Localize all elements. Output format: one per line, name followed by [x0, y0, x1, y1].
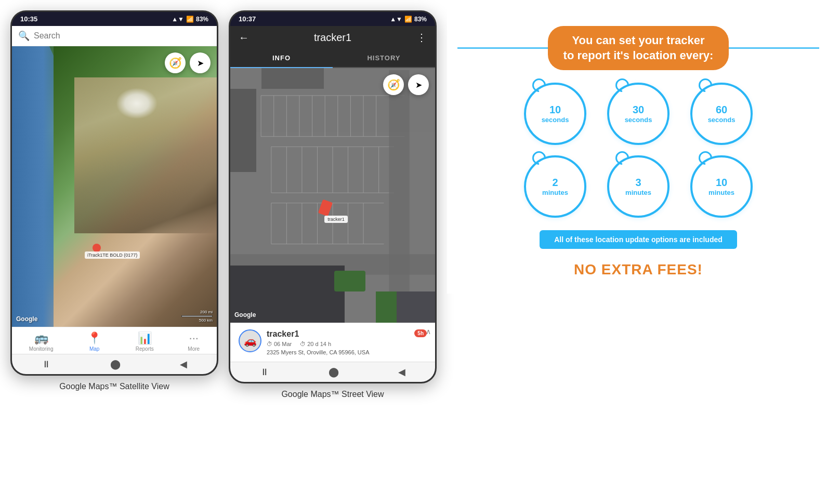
phone1-search-bar[interactable]: 🔍	[12, 26, 217, 46]
circle-unit-2: seconds	[708, 116, 736, 124]
system-home-button[interactable]: ⬤	[110, 359, 121, 370]
phone1-time: 10:35	[20, 15, 37, 23]
phone1-system-nav: ⏸ ⬤ ◀	[12, 354, 217, 374]
phone1-wifi-icon: 📶	[186, 16, 194, 23]
nav-monitoring-label: Monitoring	[29, 346, 54, 352]
circle-number-3: 2	[552, 176, 558, 189]
phone2-header: ← tracker1 ⋮	[230, 26, 435, 49]
tracker-name-row: tracker1	[267, 329, 409, 339]
circle-number-2: 60	[716, 103, 727, 116]
system-menu-button-2[interactable]: ⏸	[260, 366, 269, 378]
circle-unit-5: minutes	[708, 189, 734, 197]
time-circle-1: 30 seconds	[607, 83, 670, 145]
nav-map[interactable]: 📍 Map	[87, 331, 101, 352]
circle-number-5: 10	[716, 176, 727, 189]
tabs-bar: INFO HISTORY	[230, 49, 435, 68]
car-icon: 🚗	[244, 335, 257, 347]
main-container: 10:35 ▲▼ 📶 83% 🔍	[10, 10, 830, 399]
time-circle-5: 10 minutes	[690, 155, 753, 218]
scale-label-top: 200 mi	[200, 310, 213, 314]
timer-icon: ⏱	[300, 341, 306, 347]
phone1-signal-icon: ▲▼	[172, 16, 184, 23]
scale-bar: 200 mi 500 km	[181, 310, 213, 323]
building-left	[230, 89, 256, 172]
satellite-map: iTrack1TE BOLD (0177) 🧭 ➤ Google 200 mi …	[12, 46, 217, 327]
tracker-stats: ⏱ 06 Mar ⏱ 20 d 14 h	[267, 341, 409, 347]
headline-line-right	[729, 47, 819, 49]
phone1-battery: 83%	[196, 16, 208, 23]
nav-reports-label: Reports	[136, 346, 154, 352]
system-menu-button[interactable]: ⏸	[42, 359, 51, 370]
tracker-info-panel: 🚗 tracker1 ⏱ 06 Mar ⏱ 20 d 14 h	[230, 323, 435, 362]
nav-more-label: More	[188, 346, 200, 352]
back-button[interactable]: ←	[239, 32, 249, 44]
more-icon: ···	[189, 331, 199, 345]
clock-icon: ⏱	[267, 341, 272, 347]
direction-button-2[interactable]: ➤	[408, 74, 429, 95]
map-icon: 📍	[87, 331, 101, 345]
svg-rect-32	[389, 70, 409, 321]
phone2-container: 10:37 ▲▼ 📶 83% ← tracker1 ⋮ INFO HISTORY	[229, 10, 437, 399]
tracker-details: tracker1 ⏱ 06 Mar ⏱ 20 d 14 h 2325 Myers…	[267, 329, 409, 355]
nav-reports[interactable]: 📊 Reports	[136, 331, 154, 352]
snow-caps	[116, 88, 158, 119]
monitoring-icon: 🚌	[34, 331, 48, 345]
tab-history[interactable]: HISTORY	[333, 49, 435, 67]
phone2-time: 10:37	[239, 15, 256, 23]
circle-number-1: 30	[633, 103, 644, 116]
scale-line	[181, 315, 213, 317]
circles-grid: 10 seconds 30 seconds 60 seconds 2 minut…	[519, 83, 758, 218]
nav-map-label: Map	[89, 346, 99, 352]
green-area-1	[334, 271, 365, 291]
satellite-map-area[interactable]: iTrack1TE BOLD (0177) 🧭 ➤ Google 200 mi …	[12, 46, 217, 354]
info-panel: You can set your trackerto report it's l…	[447, 10, 830, 294]
scale-label-bottom: 500 km	[199, 318, 213, 323]
location-label: iTrack1TE BOLD (0177)	[85, 251, 140, 259]
headline-container: You can set your trackerto report it's l…	[457, 26, 819, 70]
phone1-mockup: 10:35 ▲▼ 📶 83% 🔍	[10, 10, 218, 376]
direction-button[interactable]: ➤	[190, 52, 211, 73]
phone2-battery: 83%	[414, 16, 427, 23]
parking-map[interactable]: tracker1 🧭 ➤ Google	[230, 68, 435, 323]
nav-more[interactable]: ··· More	[188, 331, 200, 352]
tab-info[interactable]: INFO	[230, 49, 333, 68]
search-input[interactable]	[34, 31, 211, 41]
search-icon: 🔍	[18, 30, 30, 42]
headline-line-left	[457, 47, 548, 49]
phone1-status-right: ▲▼ 📶 83%	[172, 16, 208, 23]
tracker-name: tracker1	[267, 329, 299, 339]
time-circle-4: 3 minutes	[607, 155, 670, 218]
info-headline: You can set your trackerto report it's l…	[548, 26, 729, 70]
phone2-status-right: ▲▼ 📶 83%	[390, 16, 427, 23]
banner-text: All of these location update options are…	[554, 235, 723, 244]
compass-button[interactable]: 🧭	[165, 52, 186, 73]
phone1-content: 🔍 iTrack1TE BOLD (0177) 🧭 ➤	[12, 26, 217, 354]
scroll-up-icon[interactable]: ∧	[426, 327, 431, 336]
system-home-button-2[interactable]: ⬤	[329, 366, 339, 378]
compass-button-2[interactable]: 🧭	[383, 74, 404, 95]
headline-text: You can set your trackerto report it's l…	[563, 34, 714, 62]
phone2-mockup: 10:37 ▲▼ 📶 83% ← tracker1 ⋮ INFO HISTORY	[229, 10, 437, 383]
system-back-button-2[interactable]: ◀	[398, 366, 405, 378]
nav-monitoring[interactable]: 🚌 Monitoring	[29, 331, 54, 352]
no-fees-banner: All of these location update options are…	[540, 230, 737, 249]
phone1-caption: Google Maps™ Satellite View	[59, 382, 169, 391]
circle-unit-3: minutes	[542, 189, 568, 197]
building-top	[261, 68, 324, 89]
circle-number-4: 3	[635, 176, 641, 189]
more-menu-button[interactable]: ⋮	[416, 31, 427, 44]
tracker-avatar: 🚗	[239, 329, 261, 352]
time-circle-3: 2 minutes	[524, 155, 586, 218]
circle-unit-4: minutes	[625, 189, 651, 197]
phone2-wifi-icon: 📶	[404, 16, 412, 23]
circle-unit-0: seconds	[542, 116, 569, 124]
tracker-title: tracker1	[314, 32, 351, 44]
tracker-map-label: tracker1	[324, 216, 348, 223]
phone1-status-bar: 10:35 ▲▼ 📶 83%	[12, 12, 217, 26]
time-badge: 5h	[414, 329, 427, 337]
circle-number-0: 10	[549, 103, 561, 116]
stat-duration-value: 20 d 14 h	[307, 341, 331, 347]
bottom-nav: 🚌 Monitoring 📍 Map 📊 Reports ···	[12, 327, 217, 354]
time-circle-0: 10 seconds	[524, 83, 586, 145]
system-back-button[interactable]: ◀	[180, 359, 187, 370]
